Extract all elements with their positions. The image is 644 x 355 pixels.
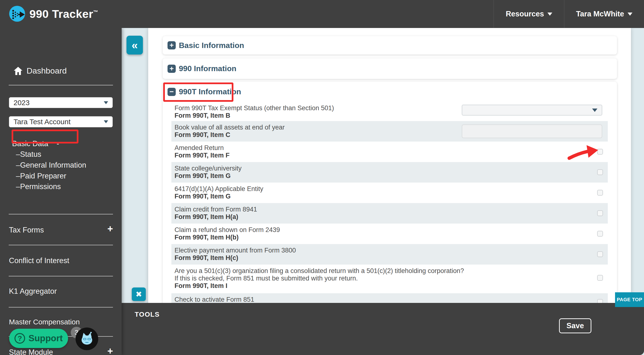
field-item-ref: Form 990T, Item I [174,282,608,290]
account-select-value: Tara Test Account [14,118,70,126]
sidebar-item-state-module[interactable]: State Module [9,348,53,355]
sidebar: Dashboard 2023 Tara Test Account Basic D… [0,28,122,355]
divider [9,276,113,276]
caret-down-icon [104,101,108,104]
section-card-990t-information: − 990T Information Form 990T Tax Exempt … [163,82,617,314]
sidebar-item-k1-aggregator[interactable]: K1 Aggregator [9,287,57,296]
minus-icon: − [168,88,176,96]
resources-label: Resources [506,10,544,18]
close-tools-button[interactable]: ✖ [132,288,146,301]
form-3800-payment-checkbox[interactable] [597,251,603,257]
logo-dots-arrow-icon [9,6,25,22]
logo-text: 990 Tracker™ [30,7,98,20]
field-label: Check to activate Form 851 [174,296,608,303]
chatbot-avatar[interactable] [76,328,98,350]
divider [9,85,113,85]
plus-icon: + [168,41,176,49]
app-window: 990 Tracker™ Resources Tara McWhite Dash… [0,0,644,355]
field-item-ref: Form 990T, Item G [174,193,608,200]
section-header-basic-information[interactable]: + Basic Information [163,36,617,54]
section-header-990-information[interactable]: + 990 Information [163,58,617,79]
section-title: 990 Information [179,64,236,73]
consolidated-return-checkbox[interactable] [597,275,603,281]
tools-title: TOOLS [135,311,160,318]
user-menu[interactable]: Tara McWhite [564,0,644,28]
sidebar-item-permissions[interactable]: –Permissions [16,182,61,191]
divider [9,214,113,214]
form-row-item-c: Book value of all assets at end of year … [172,121,608,142]
field-label: Claim credit from Form 8941 [174,206,608,213]
user-name-label: Tara McWhite [576,10,624,18]
caret-down-icon [592,108,598,112]
sidebar-item-status[interactable]: –Status [16,150,41,159]
field-item-ref: Form 990T, Item F [174,152,608,159]
save-button[interactable]: Save [559,318,592,333]
support-button[interactable]: ? Support [9,329,68,348]
section-card-990-information: + 990 Information [163,58,617,79]
caret-down-icon [104,120,108,123]
section-title: 990T Information [179,87,241,96]
sidebar-item-dashboard[interactable]: Dashboard [14,66,66,75]
form-row-item-i: Are you a 501(c)(3) organization filing … [172,265,608,293]
field-label: Amended Return [174,144,608,152]
field-label: Claim a refund shown on Form 2439 [174,226,608,234]
form-row-item-hb: Claim a refund shown on Form 2439 Form 9… [172,224,608,244]
form-row-item-hc: Elective payment amount from Form 3800 F… [172,244,608,265]
support-label: Support [28,333,63,344]
field-label-note: If this is checked, Form 851 must be sub… [174,275,608,282]
book-value-input[interactable] [462,124,602,138]
form-8941-credit-checkbox[interactable] [597,210,603,216]
tax-exempt-status-select[interactable] [462,105,602,115]
section-header-990t-information[interactable]: − 990T Information [163,82,617,102]
field-item-ref: Form 990T, Item H(a) [174,213,608,221]
form-row-item-g2: 6417(d)(1)(A) Applicable Entity Form 990… [172,183,608,203]
sidebar-item-general-information[interactable]: –General Information [16,161,86,170]
field-label: Elective payment amount from Form 3800 [174,247,608,254]
year-select-value: 2023 [14,99,30,107]
sidebar-item-tax-forms[interactable]: Tax Forms [9,226,44,234]
field-item-ref: Form 990T, Item H(c) [174,254,608,262]
form-row-item-ha: Claim credit from Form 8941 Form 990T, I… [172,203,608,224]
divider [9,245,113,245]
sidebar-item-master-compensation[interactable]: Master Compensation [9,318,80,326]
header-nav: Resources Tara McWhite [494,0,644,28]
form-row-item-f: Amended Return Form 990T, Item F [172,142,608,162]
basic-data-label: Basic Data [12,139,48,148]
field-label: Are you a 501(c)(3) organization filing … [174,267,608,275]
sidebar-item-paid-preparer[interactable]: –Paid Preparer [16,172,66,180]
divider [9,307,113,308]
field-item-ref: Form 990T, Item H(b) [174,234,608,241]
section-title: Basic Information [179,41,244,50]
form-row-item-b: Form 990T Tax Exempt Status (other than … [172,102,608,121]
question-icon: ? [14,333,25,344]
dashboard-label: Dashboard [26,66,66,75]
sidebar-item-basic-data[interactable]: Basic Data - [12,139,59,148]
home-icon [14,66,23,75]
plus-icon: + [168,65,176,73]
year-select[interactable]: 2023 [9,97,113,108]
top-header: 990 Tracker™ Resources Tara McWhite [0,0,644,28]
field-item-ref: Form 990T, Item G [174,172,608,180]
resources-menu[interactable]: Resources [494,0,564,28]
app-logo[interactable]: 990 Tracker™ [9,6,98,22]
tools-toolbar: TOOLS Save [122,303,644,355]
sidebar-item-conflict-of-interest[interactable]: Conflict of Interest [9,256,69,265]
collapse-dash-icon: - [57,139,59,148]
caret-down-icon [628,12,632,16]
trademark-symbol: ™ [93,9,98,15]
section-card-basic-information: + Basic Information [163,36,617,54]
expand-plus-icon[interactable]: + [108,346,113,355]
cat-bot-icon [80,331,94,346]
caret-down-icon [548,12,552,16]
form-row-item-g1: State college/university Form 990T, Item… [172,162,608,183]
form-2439-refund-checkbox[interactable] [597,231,603,237]
expand-plus-icon[interactable]: + [108,224,113,233]
state-college-checkbox[interactable] [597,169,603,175]
account-select[interactable]: Tara Test Account [9,116,113,127]
field-label: 6417(d)(1)(A) Applicable Entity [174,185,608,193]
amended-return-checkbox[interactable] [597,149,603,155]
collapse-sidebar-button[interactable]: « [126,36,143,54]
page-top-button[interactable]: PAGE TOP [615,292,644,307]
field-label: State college/university [174,165,608,172]
applicable-entity-checkbox[interactable] [597,190,603,196]
